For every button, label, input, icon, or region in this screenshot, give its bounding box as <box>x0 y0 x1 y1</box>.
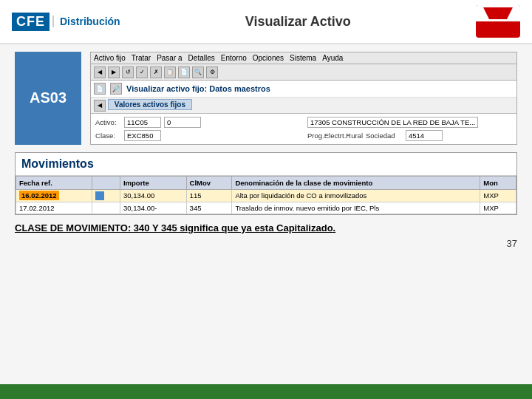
footer-text: CLASE DE MOVIMIENTO: 340 Y 345 significa… <box>15 222 517 233</box>
sap-title-bar: 📄 🔎 Visualizar activo fijo: Datos maestr… <box>91 81 516 98</box>
logos-area: CFE Distribución <box>12 13 120 31</box>
movimientos-section: Movimientos Fecha ref. Importe ClMov Den… <box>15 152 517 215</box>
field-value-clase: EXC850 <box>124 130 161 141</box>
cell-icon-1 <box>92 189 120 202</box>
page-title: Visualizar Activo <box>245 14 351 30</box>
field-label-clase: Clase: <box>95 132 121 140</box>
title-btn[interactable]: 📄 <box>94 83 106 95</box>
movimientos-table: Fecha ref. Importe ClMov Denominación de… <box>16 176 516 214</box>
menu-sistema[interactable]: Sistema <box>290 54 316 62</box>
top-section: AS03 Activo fijo Tratar Pasar a Detalles… <box>15 52 517 145</box>
col-clmov: ClMov <box>186 176 232 189</box>
toolbar-btn-1[interactable]: ✓ <box>136 66 148 78</box>
toolbar-btn-forward[interactable]: ▶ <box>108 66 120 78</box>
field-value-long: 17305 CONSTRUCCIÓN DE LA RED DE BAJA TE.… <box>307 117 478 128</box>
menu-tratar[interactable]: Tratar <box>132 54 151 62</box>
col-importe: Importe <box>120 176 186 189</box>
table-row: 16.02.2012 30,134.00 115 Alta por liquid… <box>16 189 516 202</box>
menu-entorno[interactable]: Entorno <box>221 54 247 62</box>
field-row-activo: Activo: 11C05 0 <box>95 117 300 128</box>
menu-pasar[interactable]: Pasar a <box>157 54 182 62</box>
sap-menubar: Activo fijo Tratar Pasar a Detalles Ento… <box>91 52 516 64</box>
tab-prev-btn[interactable]: ◀ <box>94 100 106 112</box>
as03-label: AS03 <box>15 52 81 145</box>
page-number: 37 <box>15 238 517 249</box>
row-icon-1 <box>95 191 104 200</box>
cell-fecha-1: 16.02.2012 <box>16 189 92 202</box>
col-mon: Mon <box>480 176 516 189</box>
table-row: 17.02.2012 30,134.00- 345 Traslado de in… <box>16 202 516 214</box>
movimientos-header: Movimientos <box>16 153 516 176</box>
field-label-prog: Prog.Electrt.Rural <box>307 132 363 140</box>
cell-clmov-1: 115 <box>186 189 232 202</box>
sap-fields: Activo: 11C05 0 17305 CONSTRUCCIÓN DE LA… <box>91 114 516 144</box>
distribucion-text: Distribución <box>52 16 120 27</box>
cell-clmov-2: 345 <box>186 202 232 214</box>
sap-window: Activo fijo Tratar Pasar a Detalles Ento… <box>90 52 517 145</box>
toolbar-btn-back[interactable]: ◀ <box>94 66 106 78</box>
field-row-clase: Clase: EXC850 <box>95 130 300 141</box>
cell-denom-1: Alta por liquidación de CO a inmovilizad… <box>232 189 480 202</box>
cfe-box: CFE <box>12 13 50 31</box>
toolbar-btn-refresh[interactable]: ↺ <box>122 66 134 78</box>
field-label-activo: Activo: <box>95 118 121 126</box>
field-label-sociedad: Sociedad <box>366 132 403 140</box>
sap-window-title: Visualizar activo fijo: Datos maestros <box>126 84 270 93</box>
footer-underline: CLASE DE MOVIMIENTO: 340 Y 345 significa… <box>15 222 335 233</box>
col-icon <box>92 176 120 189</box>
cell-importe-2: 30,134.00- <box>120 202 186 214</box>
date-highlight-1: 16.02.2012 <box>19 191 59 200</box>
field-row-prog: Prog.Electrt.Rural Sociedad 4514 <box>307 130 512 141</box>
toolbar-btn-5[interactable]: 🔍 <box>192 66 204 78</box>
field-value-sociedad: 4514 <box>406 130 443 141</box>
field-value-activo1: 11C05 <box>124 117 161 128</box>
cell-mon-2: MXP <box>480 202 516 214</box>
suterm-logo: Suterm <box>476 5 520 38</box>
menu-opciones[interactable]: Opciones <box>253 54 284 62</box>
menu-detalles[interactable]: Detalles <box>188 54 215 62</box>
menu-ayuda[interactable]: Ayuda <box>322 54 343 62</box>
field-value-activo2: 0 <box>164 117 201 128</box>
field-row-long: 17305 CONSTRUCCIÓN DE LA RED DE BAJA TE.… <box>307 117 512 128</box>
cfe-logo: CFE Distribución <box>12 13 120 31</box>
green-bottom-bar <box>0 384 532 399</box>
suterm-text: Suterm <box>482 21 515 33</box>
main-content: AS03 Activo fijo Tratar Pasar a Detalles… <box>0 44 532 399</box>
cell-icon-2 <box>92 202 120 214</box>
page-header: CFE Distribución Visualizar Activo Suter… <box>0 0 532 44</box>
col-fecha: Fecha ref. <box>16 176 92 189</box>
toolbar-btn-6[interactable]: ⚙ <box>206 66 218 78</box>
cell-denom-2: Traslado de inmov. nuevo emitido por IEC… <box>232 202 480 214</box>
sap-tab-bar: ◀ Valores activos fijos <box>91 98 516 114</box>
movimientos-title: Movimientos <box>21 157 94 170</box>
toolbar-btn-3[interactable]: 📋 <box>164 66 176 78</box>
sap-tab-valores[interactable]: Valores activos fijos <box>108 99 192 110</box>
sap-toolbar: ◀ ▶ ↺ ✓ ✗ 📋 📄 🔍 ⚙ <box>91 64 516 81</box>
table-header-row: Fecha ref. Importe ClMov Denominación de… <box>16 176 516 189</box>
menu-activofijo[interactable]: Activo fijo <box>94 54 126 62</box>
cell-mon-1: MXP <box>480 189 516 202</box>
cell-importe-1: 30,134.00 <box>120 189 186 202</box>
cell-fecha-2: 17.02.2012 <box>16 202 92 214</box>
title-btn2[interactable]: 🔎 <box>110 83 122 95</box>
toolbar-btn-2[interactable]: ✗ <box>150 66 162 78</box>
toolbar-btn-4[interactable]: 📄 <box>178 66 190 78</box>
col-denominacion: Denominación de la clase de movimiento <box>232 176 480 189</box>
